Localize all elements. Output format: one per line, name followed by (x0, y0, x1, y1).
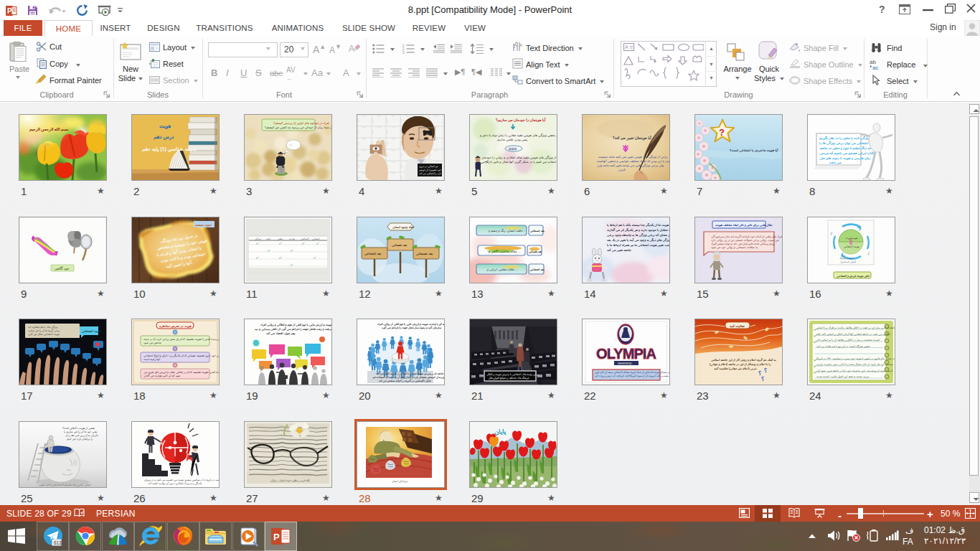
svg-text:کردن.: کردن. (618, 168, 626, 171)
svg-text:را برایمان بازی می کنیم: را برایمان بازی می کنیم (67, 438, 93, 441)
svg-text:ولی برخی ویژگی هایی می توانند: ولی برخی ویژگی هایی می توانند تغییر کنند… (597, 164, 664, 167)
svg-text:A: A (519, 43, 522, 47)
svg-text:در پدیده آمدن یا تقویت تعضیف ک: در پدیده آمدن یا تقویت تعضیف کدام یک نقش… (143, 337, 219, 341)
svg-text:مقاله پنداشت، آگاهی و ...: مقاله پنداشت، آگاهی و ... (488, 250, 520, 253)
svg-text:مقاله معلمی، ایرانی و ...: مقاله معلمی، ایرانی و ... (486, 268, 518, 271)
svg-text:هويت: هويت (159, 123, 171, 129)
svg-text:خود تصویری از خویش: خود تصویری از خویش (419, 169, 441, 171)
svg-text:در پدیده آمدن تقویت تعضیف کدام: در پدیده آمدن تقویت تعضیف کدام در تمامی … (143, 370, 219, 374)
svg-text:تاثیر هویت فردی و اجتماعی: تاثیر هویت فردی و اجتماعی (837, 274, 870, 278)
svg-text:✿✿✿: ✿✿✿ (509, 147, 517, 151)
svg-text:جایران به آن زبی می دهد و آن: جایران به آن زبی می دهد و آن (65, 433, 99, 437)
svg-text:(جهان اجتماعی): (جهان اجتماعی) (841, 260, 856, 263)
svg-text:مانند رنگ چشم یا خون و متغیر د: مانند رنگ چشم یا خون و متغیر در جامعه (819, 146, 874, 151)
svg-text:ثابت: ثابت (266, 237, 270, 240)
svg-text:آیا هویتمان تغییر می کند؟: آیا هویتمان تغییر می کند؟ (613, 135, 651, 141)
svg-text:جامعه تغییر می کند: جامعه تغییر می کند (607, 248, 631, 252)
svg-text:خاص شدن (بری بعضی ویژگی های هو: خاص شدن (بری بعضی ویژگی های هویتی مقید م… (479, 133, 557, 137)
svg-text:موجب تغییر هویت اجتماعی ما نیز: موجب تغییر هویت اجتماعی ما نیز همراه ارت… (607, 243, 669, 247)
svg-text:WEEKEND: WEEKEND (618, 362, 632, 365)
svg-text:بیستم و مایه امروزی آن از سوی: بیستم و مایه امروزی آن از سوی آمریکا آنچ… (595, 375, 669, 377)
svg-text:ویژگی: ویژگی (255, 237, 261, 240)
svg-text:هویت در معرض مخاطره: هویت در معرض مخاطره (159, 324, 192, 328)
svg-text:مختص می شود: مختص می شود (143, 342, 161, 344)
svg-text:جامعه شناسي (1) پايه دهم: جامعه شناسي (1) پايه دهم (142, 146, 197, 152)
svg-text:فردی: فردی (289, 237, 295, 240)
svg-text:می باشد: می باشد (829, 161, 842, 164)
svg-text:بسیاری از ویژگی های هویتی مقید: بسیاری از ویژگی های هویتی مقید متاله افک… (481, 156, 557, 159)
svg-text:ویژگی های با هم متفاوت اند: ویژگی های با هم متفاوت اند (28, 325, 58, 329)
svg-text:بعد اجتماعی: بعد اجتماعی (364, 252, 381, 255)
svg-text:جامعه ی متناسب در کروه را در س: جامعه ی متناسب در کروه را در سیاسی پیشبر… (144, 479, 219, 481)
svg-text:هویت فردی: هویت فردی (845, 237, 857, 240)
svg-text:برخی گروه ها آن را می سازند: برخی گروه ها آن را می سازند (28, 329, 60, 332)
svg-text:حضور سازگار است، در این نوع با: حضور سازگار است، در این نوع با هم تعامل … (816, 344, 870, 348)
svg-text:آسیب هویت او توجیه شد، حتی به: آسیب هویت او توجیه شد، حتی به قیمت خود، … (816, 369, 893, 372)
svg-text:انتسابی: انتسابی (312, 237, 320, 240)
svg-text:A: A (349, 44, 354, 54)
svg-text:بعد جسمانی: بعد جسمانی (416, 252, 433, 255)
svg-text:یعنی خود ما آن را می سازیم یا: یعنی خود ما آن را می سازیم یا (64, 430, 97, 433)
svg-text:بعضی از هویت، اکتفاف آمده؟: بعضی از هویت، اکتفاف آمده؟ (62, 426, 95, 430)
svg-text:خلقت انسان، رنگ و چشم و ...: خلقت انسان، رنگ و چشم و ... (488, 229, 527, 232)
svg-text:سختگیرانه مدافعان مسائل هویت ا: سختگیرانه مدافعان مسائل هویت اجتماعی از … (595, 370, 669, 374)
svg-text:برخی زمینه های اجتماعی با پذیر: برخی زمینه های اجتماعی با پذیرش هویت و ا… (486, 373, 539, 376)
svg-text:بعد نفسانی: بعد نفسانی (392, 243, 407, 247)
svg-text:خود آگاهی: خود آگاهی (55, 266, 70, 270)
svg-text:متغیر: متغیر (277, 237, 283, 240)
svg-text:هویت اجتماعی: هویت اجتماعی (844, 245, 859, 248)
svg-text:مثال هایی برای تاثیر و تاثر اب: مثال هایی برای تاثیر و تاثر ابعاد مختلف … (715, 223, 773, 227)
svg-text:اجتماعی: اجتماعی (301, 237, 309, 240)
svg-text:مواجهه ي شما براي از خودتان می: مواجهه ي شما براي از خودتان می پرسید چه … (265, 126, 331, 129)
svg-text:بعد جسمانی: بعد جسمانی (530, 229, 545, 232)
svg-text:نیروی نسبت به صف این اصول فکری: نیروی نسبت به صف این اصول فکری، اهمیت شد… (816, 375, 869, 378)
svg-text:هویت اجتماعی شکل می گیرد: هویت اجتماعی شکل می گیرد (28, 332, 60, 336)
svg-text:ac: ac (872, 65, 878, 70)
svg-text:نگاه کردن و نظری جهت انسان در: نگاه کردن و نظری جهت انسان در قرآن (270, 479, 310, 482)
svg-text:A: A (625, 44, 628, 50)
svg-text:آنها زمینه است: آنها زمینه است (143, 357, 161, 361)
svg-text:ویژگی های دیگر به وجود می آیند: ویژگی های دیگر به وجود می آیند یا تغییر … (607, 237, 669, 242)
svg-text:؟: ؟ (761, 376, 764, 382)
svg-text:یکدیگر و پدربزرگ اسلامی درس آن: یکدیگر و پدربزرگ اسلامی درس آن مهارت کسب… (148, 481, 202, 485)
svg-text:OLYMPIA: OLYMPIA (596, 346, 656, 362)
svg-text:بسم الله الرحمن الرحیم: بسم الله الرحمن الرحیم (29, 127, 69, 132)
svg-text:بعد نفسانی: بعد نفسانی (529, 250, 542, 253)
svg-text:فعالیت کنید: فعالیت کنید (730, 324, 745, 328)
svg-text:هر انسانی در درون: هر انسانی در درون (419, 165, 438, 168)
svg-text:زبان فارسی و هویت با زمینه های: زبان فارسی و هویت با زمینه های ملی (819, 156, 871, 160)
svg-text:های اجتماعی می توان برخی ویژگی: های اجتماعی می توان برخی ویژگی ها را (819, 141, 875, 145)
svg-text:مرد یا زن بودن که افراد مختلف،: مرد یا زن بودن که افراد مختلف، قوانینی و… (597, 159, 669, 163)
svg-text:ابعاد وجود انسان: ابعاد وجود انسان (392, 225, 414, 229)
svg-text:درس دهم: درس دهم (154, 134, 174, 140)
svg-text:اسلامی می باشد. در جامعه اسلام: اسلامی می باشد. در جامعه اسلامی آنها آرم… (816, 333, 890, 336)
svg-text:613: 613 (54, 540, 62, 545)
svg-text:به سلامت جسمانی و روانی خود می: به سلامت جسمانی و روانی خود می شود (711, 245, 758, 249)
svg-text:بدین معنای که برخی ویژگی ها به: بدین معنای که برخی ویژگی ها به واسطه وجو… (607, 233, 669, 237)
svg-text:برخی از ویژگی های هویتی تغییر: برخی از ویژگی های هویتی تغییر نمی کنند م… (598, 155, 668, 159)
svg-text:در جامعه اسلامی میان این دو جه: در جامعه اسلامی میان این دو جهت در اخلاق… (816, 326, 895, 329)
svg-text:آیا هویتمان را خودمان می سازیم: آیا هویتمان را خودمان می سازیم؟ (496, 117, 546, 123)
svg-text:آیا هویت ما فردی یا اجتماعی اس: آیا هویت ما فردی یا اجتماعی است؟ (730, 148, 778, 152)
svg-text:3: 3 (402, 51, 405, 54)
svg-text:پایان: پایان (494, 428, 507, 436)
svg-text:نمونه صفحه: نمونه صفحه (195, 223, 212, 227)
svg-text:مشخص کرد یک رانوی او دچار مشکل: مشخص کرد یک رانوی او دچار مشکل شده و با … (816, 363, 893, 366)
svg-text:در پدیده آمدن خود داری تعضیف ن: در پدیده آمدن خود داری تعضیف نفسانی کدام… (143, 354, 219, 357)
svg-text:در جامعه ای با وحدت هویت و ارز: در جامعه ای با وحدت هویت و ارزش هایی با … (377, 322, 444, 326)
svg-text:بهتر فوق، اقتصاد می کند: بهتر فوق، اقتصاد می کند (266, 331, 296, 335)
svg-text:اگر ویژگی ثابت یا متغیر را در: اگر ویژگی ثابت یا متغیر را در نظر بگیریم (819, 136, 875, 141)
svg-text:دارد و احساس می کند: دارد و احساس می کند (419, 172, 442, 175)
svg-text:بعد اجتماعی: بعد اجتماعی (530, 268, 545, 271)
svg-text:شود که آن تاثیر مهارت می گذارد: شود که آن تاثیر مهارت می گذارد (143, 374, 180, 377)
svg-text:P: P (273, 532, 280, 542)
svg-text:اهمیت شخصیت و میل در اخلاق و و: اهمیت شخصیت و میل در اخلاق و وظایف آن را… (816, 339, 880, 342)
svg-text:سازگار آنند و زمینه پیشرفت و ر: سازگار آنند و زمینه پیشرفت و رشد تعامل ج… (255, 326, 331, 331)
svg-text:هویت اجتماعی: هویت اجتماعی (82, 329, 101, 333)
svg-text:جامعه و فرهنگ: جامعه و فرهنگ (839, 256, 854, 260)
svg-text:افراد در مواجهه های اولین (یا: افراد در مواجهه های اولین (یا پرسش کیستم… (273, 121, 329, 125)
svg-text:؟: ؟ (764, 367, 767, 374)
svg-text:?: ? (719, 127, 725, 138)
svg-text:ارتباط متقابل با موجود دارند و: ارتباط متقابل با موجود دارند و هر یکدیگر… (607, 228, 669, 232)
svg-text:به عنوان مثال قانون در کشور با: به عنوان مثال قانون در کشور با هویت خود … (816, 357, 895, 360)
